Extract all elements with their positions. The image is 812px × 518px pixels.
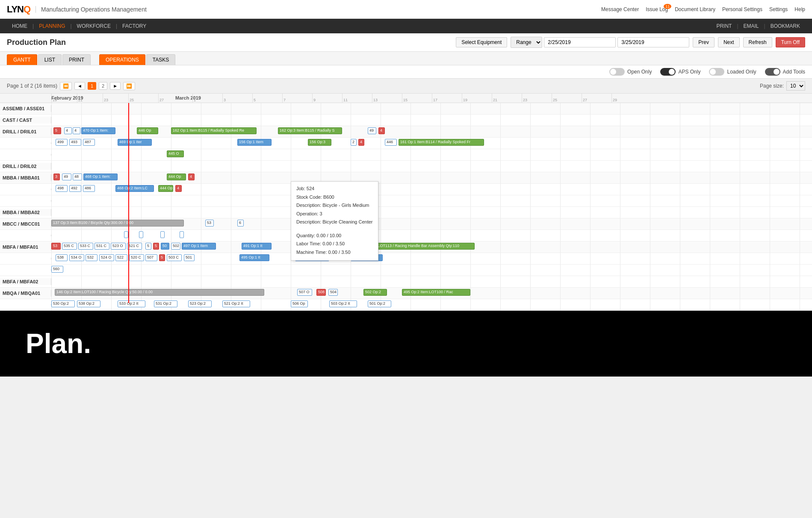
tab-tasks[interactable]: TASKS	[146, 54, 175, 65]
personal-settings-link[interactable]: Personal Settings	[722, 6, 762, 12]
gantt-bar[interactable]: 534 O	[69, 254, 84, 261]
gantt-bar[interactable]: 156 Op:1 Item	[237, 139, 272, 146]
gantt-bar[interactable]: 4	[175, 185, 182, 192]
gantt-bar[interactable]: 532	[86, 254, 97, 261]
gantt-bar[interactable]: 498	[56, 185, 68, 192]
gantt-bar[interactable]: 520 C	[129, 254, 144, 261]
gantt-bar[interactable]: 523 O	[111, 243, 126, 250]
print-nav[interactable]: PRINT	[711, 20, 737, 32]
gantt-bar[interactable]: 137 Op:3 Item:B100 / Bicycle Qty:300.00 …	[51, 220, 184, 227]
gantt-bar[interactable]: 507	[145, 254, 157, 261]
settings-link[interactable]: Settings	[769, 6, 788, 12]
gantt-bar[interactable]: 521 C	[127, 243, 142, 250]
gantt-bar[interactable]: 445 O	[167, 150, 184, 157]
gantt-bar[interactable]: 486	[83, 185, 95, 192]
gantt-bar[interactable]: 470 Op:1 Item:	[81, 127, 115, 134]
gantt-bar[interactable]: 444 Op	[167, 174, 186, 180]
gantt-bar[interactable]: 535 C	[62, 243, 77, 250]
gantt-bar[interactable]: 508	[316, 289, 326, 296]
gantt-bar[interactable]: 50	[161, 243, 169, 250]
date-to-input[interactable]	[617, 37, 689, 47]
add-tools-switch[interactable]	[765, 68, 780, 76]
help-link[interactable]: Help	[794, 6, 805, 12]
pag-page-2[interactable]: 2	[99, 82, 107, 90]
gantt-bar[interactable]: 502 Op:2	[363, 289, 387, 296]
gantt-bar[interactable]: 531 Op:2	[154, 300, 177, 307]
prev-button[interactable]: Prev	[693, 37, 715, 47]
issue-log-link[interactable]: Issue Log 11	[646, 6, 668, 12]
gantt-bar[interactable]: 533 C	[78, 243, 93, 250]
gantt-bar[interactable]: 524 O	[99, 254, 114, 261]
gantt-bar[interactable]: 493	[69, 139, 81, 146]
next-button[interactable]: Next	[718, 37, 740, 47]
gantt-bar[interactable]: 538	[56, 254, 68, 261]
bookmark-nav[interactable]: BOOKMARK	[765, 20, 805, 32]
gantt-bar[interactable]: 503 Op:2 It	[329, 300, 357, 307]
gantt-bar[interactable]: 161 Op:1 Item:B114 / Radially Spoked Fr	[399, 139, 484, 146]
gantt-bar[interactable]: 530 Op:2	[51, 300, 75, 307]
gantt-bar[interactable]: 468 Op:1 Item:	[83, 174, 118, 180]
gantt-bar[interactable]: 495 Op:2 Item:LOT100 / Rac	[402, 289, 470, 296]
gantt-bar[interactable]: 491 Op:1 It	[242, 243, 272, 250]
gantt-bar[interactable]: 538 Op:2	[77, 300, 100, 307]
pag-current-page[interactable]: 1	[88, 82, 96, 90]
email-nav[interactable]: EMAIL	[738, 20, 764, 32]
gantt-bar[interactable]: 522	[115, 254, 127, 261]
gantt-bar[interactable]: 499	[56, 139, 68, 146]
gantt-bar[interactable]	[124, 231, 128, 238]
gantt-bar[interactable]: 444 Op	[158, 185, 173, 192]
gantt-bar[interactable]: 5	[153, 243, 159, 250]
gantt-bar[interactable]: 48	[73, 174, 82, 180]
tab-print[interactable]: PRINT	[62, 54, 91, 65]
gantt-bar[interactable]: 495 Op:1 It	[239, 254, 269, 261]
gantt-bar[interactable]	[160, 231, 165, 238]
gantt-bar[interactable]: 162 Op:1 Item:B115 / Radially Spoked Re	[171, 127, 257, 134]
gantt-bar[interactable]: 521 Op:2 It	[222, 300, 250, 307]
gantt-bar[interactable]: 492	[69, 185, 81, 192]
aps-only-switch[interactable]	[660, 68, 676, 76]
gantt-bar[interactable]: 501 Op:2	[368, 300, 391, 307]
gantt-bar[interactable]: 533 Op:2 It	[118, 300, 145, 307]
tab-gantt[interactable]: GANTT	[7, 54, 37, 65]
gantt-bar[interactable]: 4	[358, 139, 364, 146]
gantt-bar[interactable]: 503 C	[167, 254, 182, 261]
gantt-bar[interactable]: 49	[368, 127, 376, 134]
gantt-bar[interactable]: 506 Op	[291, 300, 308, 307]
open-only-switch[interactable]	[609, 68, 625, 76]
gantt-bar[interactable]: 469 Op:1 Iter	[118, 139, 152, 146]
gantt-bar[interactable]: 4	[378, 127, 385, 134]
gantt-bar[interactable]: 4	[64, 127, 72, 134]
gantt-bar[interactable]: 49	[62, 174, 71, 180]
gantt-bar[interactable]	[139, 231, 143, 238]
turnoff-button[interactable]: Turn Off	[776, 37, 805, 47]
gantt-bar[interactable]: 53	[205, 220, 214, 227]
gantt-bar[interactable]: 146 Op:2 Item:LOT100 / Racing Bicycle Qt…	[55, 289, 264, 296]
gantt-bar[interactable]	[180, 231, 184, 238]
gantt-bar[interactable]: 156 Op:3	[308, 139, 331, 146]
message-center-link[interactable]: Message Center	[601, 6, 639, 12]
gantt-bar[interactable]: 446 Op	[137, 127, 158, 134]
gantt-bar[interactable]: 4	[188, 174, 195, 180]
gantt-bar[interactable]: 501	[184, 254, 195, 261]
gantt-bar[interactable]: 5	[145, 243, 151, 250]
planning-nav[interactable]: PLANNING	[34, 20, 70, 32]
document-library-link[interactable]: Document Library	[675, 6, 715, 12]
workforce-nav[interactable]: WORKFORCE	[72, 20, 116, 32]
gantt-bar[interactable]: 531 C	[94, 243, 109, 250]
gantt-bar[interactable]: 2	[351, 139, 357, 146]
pag-last-button[interactable]: ⏩	[123, 82, 135, 90]
gantt-bar[interactable]: 6	[237, 220, 244, 227]
home-nav[interactable]: HOME	[7, 20, 32, 32]
gantt-bar[interactable]: 502	[171, 243, 180, 250]
pag-prev-button[interactable]: ◄	[74, 82, 85, 90]
factory-nav[interactable]: FACTORY	[117, 20, 151, 32]
gantt-bar[interactable]: 523 Op:2	[188, 300, 212, 307]
gantt-bar[interactable]: 497 Op:1 Item	[182, 243, 216, 250]
gantt-bar[interactable]: 507 O	[297, 289, 312, 296]
gantt-bar[interactable]: 5	[53, 127, 61, 134]
loaded-only-switch[interactable]	[709, 68, 724, 76]
date-from-input[interactable]	[544, 37, 616, 47]
pag-first-button[interactable]: ⏪	[60, 82, 72, 90]
gantt-bar[interactable]: 487	[83, 139, 95, 146]
gantt-bar[interactable]: 3	[53, 174, 60, 180]
